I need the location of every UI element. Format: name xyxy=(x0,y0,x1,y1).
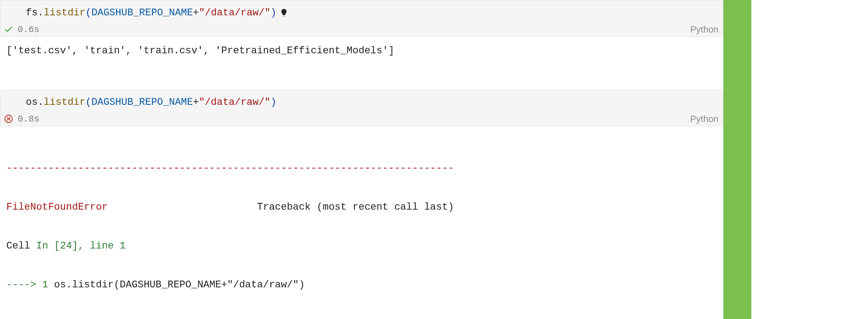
check-icon xyxy=(3,24,14,35)
status-bar-2: 0.8s Python xyxy=(0,113,723,126)
paren-open: ( xyxy=(85,97,91,108)
status-left-2: 0.8s xyxy=(3,113,39,124)
paren-open: ( xyxy=(85,7,91,19)
status-left-1: 0.6s xyxy=(3,24,39,35)
exec-time-2: 0.8s xyxy=(18,114,39,124)
traceback-in-ref: In [24], line 1 xyxy=(36,240,126,252)
traceback-lineno: 1 xyxy=(42,279,48,291)
code-plus: + xyxy=(193,97,199,108)
code-dot: . xyxy=(38,97,43,108)
code-object: os xyxy=(26,97,38,108)
traceback-arrow: ----> xyxy=(6,279,42,291)
code-method: listdir xyxy=(44,7,85,19)
code-line-2[interactable]: os.listdir(DAGSHUB_REPO_NAME+"/data/raw/… xyxy=(0,97,723,113)
code-const: DAGSHUB_REPO_NAME xyxy=(91,7,193,19)
cell-output-2-traceback: ----------------------------------------… xyxy=(0,127,723,319)
traceback-code-str: "/data/raw/" xyxy=(227,279,299,291)
code-string: "/data/raw/" xyxy=(199,97,270,108)
traceback-dashes: ----------------------------------------… xyxy=(6,162,723,175)
error-icon xyxy=(3,113,14,124)
lightbulb-icon[interactable] xyxy=(279,7,288,19)
traceback-error-name: FileNotFoundError xyxy=(6,202,108,213)
paren-close: ) xyxy=(270,7,276,19)
notebook-canvas: fs.listdir(DAGSHUB_REPO_NAME+"/data/raw/… xyxy=(0,0,723,319)
status-bar-1: 0.6s Python xyxy=(0,23,723,37)
cell-output-1: ['test.csv', 'train', 'train.csv', 'Pret… xyxy=(0,37,723,56)
traceback-gap xyxy=(6,317,723,319)
code-method: listdir xyxy=(44,97,85,108)
traceback-code-close: ) xyxy=(299,279,305,291)
right-accent-stripe xyxy=(723,0,751,319)
traceback-cell-line: Cell In [24], line 1 xyxy=(6,240,723,253)
code-string: "/data/raw/" xyxy=(199,7,270,19)
exec-time-1: 0.6s xyxy=(18,24,39,35)
traceback-pad xyxy=(108,202,257,213)
paren-close: ) xyxy=(270,97,276,108)
code-line-1[interactable]: fs.listdir(DAGSHUB_REPO_NAME+"/data/raw/… xyxy=(0,7,723,23)
code-object: fs xyxy=(26,7,38,19)
kernel-lang-2[interactable]: Python xyxy=(690,114,718,124)
code-const: DAGSHUB_REPO_NAME xyxy=(91,97,193,108)
cell-input-1[interactable]: fs.listdir(DAGSHUB_REPO_NAME+"/data/raw/… xyxy=(0,0,723,37)
traceback-code-line: ----> 1 os.listdir(DAGSHUB_REPO_NAME+"/d… xyxy=(6,279,723,292)
traceback-header: FileNotFoundError Traceback (most recent… xyxy=(6,201,723,214)
traceback-label: Traceback (most recent call last) xyxy=(257,202,454,213)
traceback-code-a: os.listdir(DAGSHUB_REPO_NAME+ xyxy=(48,279,227,291)
code-plus: + xyxy=(193,7,199,19)
traceback-cell-word: Cell xyxy=(6,240,36,252)
kernel-lang-1[interactable]: Python xyxy=(690,24,718,35)
code-dot: . xyxy=(38,7,43,19)
cell-spacer xyxy=(0,56,723,90)
cell-input-2[interactable]: os.listdir(DAGSHUB_REPO_NAME+"/data/raw/… xyxy=(0,90,723,127)
